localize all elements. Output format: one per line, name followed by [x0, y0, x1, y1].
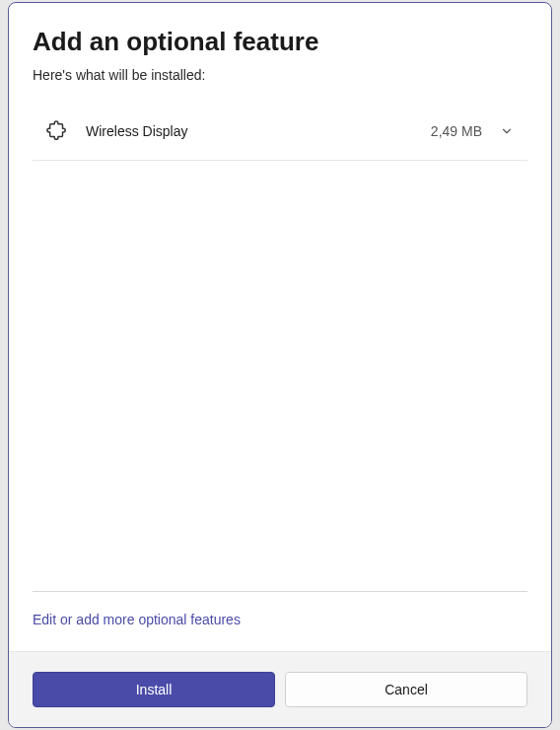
feature-name: Wireless Display: [86, 123, 431, 139]
feature-row[interactable]: Wireless Display 2,49 MB: [33, 103, 527, 161]
puzzle-piece-icon: [46, 120, 68, 142]
chevron-down-icon: [500, 124, 514, 138]
dialog-body: Add an optional feature Here's what will…: [9, 3, 551, 651]
install-button[interactable]: Install: [33, 672, 275, 707]
feature-size: 2,49 MB: [431, 123, 482, 139]
dialog-subtitle: Here's what will be installed:: [33, 67, 527, 83]
dialog-title: Add an optional feature: [33, 27, 527, 57]
cancel-button[interactable]: Cancel: [285, 672, 527, 707]
feature-list: Wireless Display 2,49 MB: [33, 103, 527, 591]
dialog-footer: Install Cancel: [9, 651, 551, 727]
edit-features-link[interactable]: Edit or add more optional features: [33, 592, 527, 651]
add-feature-dialog: Add an optional feature Here's what will…: [8, 2, 552, 728]
